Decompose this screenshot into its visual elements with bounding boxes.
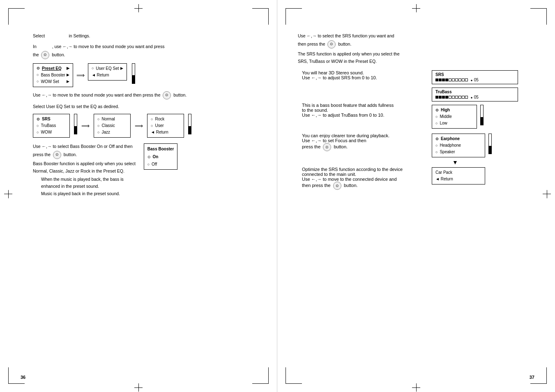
srs-modes-text: SRS, TruBass or WOW in the Preset EQ. — [298, 58, 522, 65]
menu-arrow-2: ⟹ — [81, 122, 90, 129]
radio-earphone: ⊙ — [435, 136, 439, 142]
corner-tl-h-r — [286, 8, 302, 9]
use-arrows-section: Use ←,→ to move to the sound mode you wa… — [33, 91, 256, 99]
trubass-box-label: TruBass — [435, 90, 514, 94]
tb-dot-2 — [439, 96, 442, 99]
tb-dot-9 — [462, 96, 465, 99]
srs-box: SRS — [432, 70, 518, 84]
slider-2 — [72, 114, 77, 134]
return-item-r: ◄ Return — [435, 176, 481, 182]
middle-label: Middle — [440, 113, 451, 120]
page-right: Use ←,→ to select the SRS function you w… — [277, 0, 555, 392]
crosshair-top — [134, 4, 143, 9]
return-item-2: ◄ Return — [151, 129, 180, 136]
crosshair-top-r — [412, 4, 420, 9]
bass-menu-box-container: Bass Booster ⊙ On ○ Off — [144, 143, 177, 170]
radio-normal: ○ — [97, 116, 99, 122]
tb-dot-7 — [455, 96, 458, 99]
radio-classic: ○ — [97, 123, 99, 129]
earphone-item: ⊙ Earphone — [435, 136, 481, 142]
corner-tr-v — [268, 8, 269, 25]
wow-set-label: WOW Set — [41, 78, 59, 85]
select-user-text: Select User EQ Set to set the EQ as dedi… — [33, 104, 256, 110]
bass-press-text: press the ⊙ button. — [33, 151, 136, 159]
corner-tl-v — [8, 8, 9, 25]
middle-item: ○ Middle — [435, 113, 473, 120]
trubass-bass-text: This is a bass boost feature that adds f… — [302, 103, 424, 108]
corner-br-h-r — [530, 383, 547, 384]
user-eq-set-item: ○ User EQ Set ▶ — [92, 65, 123, 72]
bass-booster-title: Bass Booster — [147, 145, 174, 152]
headphone-label: Headphone — [440, 142, 461, 149]
tb-dot-3 — [442, 96, 445, 99]
wow-subsection: You can enjoy clearer tone during playba… — [302, 133, 424, 151]
menu-row-1: ⊙ Preset EQ ▶ ○ Bass Booster ▶ ○ WOW Set… — [33, 63, 256, 87]
radio-rock: ○ — [151, 116, 153, 122]
the-button-text: the ⊙ button. — [33, 51, 256, 59]
dot-1 — [435, 78, 438, 81]
carpack-item: Car Pack — [435, 169, 481, 176]
optimize-press-text: then press the ⊙ button. — [302, 182, 424, 190]
right-content: Use ←,→ to select the SRS function you w… — [298, 33, 522, 192]
wow-focus-text: Use ←,→ to set Focus and then — [302, 138, 424, 143]
rock-menu-box: ○ Rock ○ User ◄ Return — [147, 114, 184, 138]
earphone-box: ⊙ Earphone ○ Headphone ○ Speaker — [432, 134, 485, 157]
trubass-dots — [435, 96, 468, 99]
user-eq-set-label: User EQ Set — [96, 65, 119, 72]
device-boxes: ⊙ Earphone ○ Headphone ○ Speaker — [432, 134, 522, 184]
trubass-box: TruBass — [432, 88, 518, 101]
wow-set-item: ○ WOW Set ▶ — [37, 78, 69, 85]
radio-headphone: ○ — [435, 143, 438, 148]
bass-when-text: When the music is played back, the bass … — [41, 176, 136, 183]
corner-br-v-r — [546, 367, 547, 384]
dot-4 — [445, 78, 448, 81]
radio-empty-1: ○ — [37, 72, 39, 78]
menu-arrow-3: ⟹ — [135, 122, 143, 129]
menu-row-2: ⊙ SRS ○ TruBass ○ WOW ⟹ — [33, 114, 256, 138]
crosshair-left — [4, 194, 12, 198]
button-icon-2: ⊙ — [163, 91, 171, 99]
radio-speaker: ○ — [435, 149, 438, 155]
then-press-text: then press the ⊙ button. — [298, 40, 522, 48]
optimize-subsection: Optimize the SRS function according to t… — [302, 167, 424, 190]
use-arrows-text: Use ←,→ to move to the sound mode you wa… — [33, 91, 256, 99]
radio-empty-3: ○ — [92, 65, 94, 71]
bass-modes-text: Normal, Classic, Jazz or Rock in the Pre… — [33, 168, 136, 175]
trubass-label: TruBass — [41, 122, 56, 129]
right-descriptions: You will hear 3D Stereo sound. Use ←,→ t… — [298, 70, 424, 192]
button-icon-r1: ⊙ — [327, 40, 336, 48]
optimize-connected-text: connected to the main unit. — [302, 172, 424, 177]
srs-adjust-text: Use ←,→ to adjust SRS from 0 to 10. — [302, 75, 424, 80]
right-main: You will hear 3D Stereo sound. Use ←,→ t… — [298, 70, 522, 192]
bass-music-text: Music is played back in the preset sound… — [41, 191, 136, 197]
optimize-text: Optimize the SRS function according to t… — [302, 167, 424, 172]
radio-empty-2: ○ — [37, 78, 39, 84]
speaker-item: ○ Speaker — [435, 149, 481, 155]
wow-clearer-text: You can enjoy clearer tone during playba… — [302, 133, 424, 138]
bass-on-item: ⊙ On — [147, 153, 174, 160]
button-icon-3: ⊙ — [53, 151, 61, 159]
corner-bl-h — [8, 383, 25, 384]
slider-bar-4 — [480, 105, 484, 125]
srs-item: ⊙ SRS — [37, 116, 66, 122]
radio-jazz: ○ — [97, 129, 99, 135]
slider-bar-2 — [74, 114, 77, 134]
bass-off-item: ○ Off — [147, 161, 174, 168]
jazz-label: Jazz — [101, 129, 110, 136]
bass-booster-arrow: ▶ — [67, 72, 69, 78]
srs-hear-text: You will hear 3D Stereo sound. — [302, 70, 424, 75]
srs-subsection: You will hear 3D Stereo sound. Use ←,→ t… — [302, 70, 424, 80]
bass-applied-text: Bass Booster function is applied only wh… — [33, 161, 136, 167]
optimize-move-text: Use ←,→ to move to the connected device … — [302, 177, 424, 182]
trubass-adjust-text: Use ←,→ to adjust TruBass from 0 to 10. — [302, 113, 424, 118]
corner-tr-v-r — [546, 8, 547, 25]
classic-label: Classic — [101, 122, 115, 129]
corner-br-h — [252, 383, 269, 384]
crosshair-bottom — [134, 383, 143, 388]
slider-bar-3 — [188, 114, 191, 134]
earphone-box-row: ⊙ Earphone ○ Headphone ○ Speaker — [432, 134, 522, 157]
in-text: In , use ←,→ to move to the sound mode y… — [33, 44, 256, 50]
return-label-r: ◄ Return — [435, 176, 453, 182]
low-label: Low — [440, 120, 447, 127]
rock-label: Rock — [155, 116, 164, 122]
